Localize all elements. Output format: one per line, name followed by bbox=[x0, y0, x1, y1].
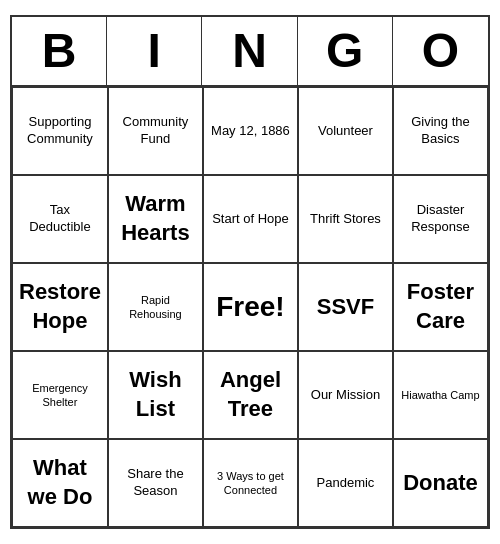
bingo-cell-8: Thrift Stores bbox=[298, 175, 393, 263]
bingo-cell-20: What we Do bbox=[12, 439, 108, 527]
bingo-cell-12: Free! bbox=[203, 263, 298, 351]
bingo-cell-7: Start of Hope bbox=[203, 175, 298, 263]
bingo-cell-19: Hiawatha Camp bbox=[393, 351, 488, 439]
bingo-letter-b: B bbox=[12, 17, 107, 85]
bingo-cell-16: Wish List bbox=[108, 351, 203, 439]
bingo-cell-13: SSVF bbox=[298, 263, 393, 351]
bingo-cell-5: Tax Deductible bbox=[12, 175, 108, 263]
bingo-cell-2: May 12, 1886 bbox=[203, 87, 298, 175]
bingo-cell-14: Foster Care bbox=[393, 263, 488, 351]
bingo-letter-n: N bbox=[202, 17, 297, 85]
bingo-cell-22: 3 Ways to get Connected bbox=[203, 439, 298, 527]
bingo-cell-21: Share the Season bbox=[108, 439, 203, 527]
bingo-letter-g: G bbox=[298, 17, 393, 85]
bingo-cell-4: Giving the Basics bbox=[393, 87, 488, 175]
bingo-cell-9: Disaster Response bbox=[393, 175, 488, 263]
bingo-grid: Supporting CommunityCommunity FundMay 12… bbox=[12, 87, 488, 527]
bingo-cell-1: Community Fund bbox=[108, 87, 203, 175]
bingo-header: BINGO bbox=[12, 17, 488, 87]
bingo-cell-0: Supporting Community bbox=[12, 87, 108, 175]
bingo-cell-11: Rapid Rehousing bbox=[108, 263, 203, 351]
bingo-cell-24: Donate bbox=[393, 439, 488, 527]
bingo-letter-o: O bbox=[393, 17, 488, 85]
bingo-cell-3: Volunteer bbox=[298, 87, 393, 175]
bingo-cell-15: Emergency Shelter bbox=[12, 351, 108, 439]
bingo-cell-10: Restore Hope bbox=[12, 263, 108, 351]
bingo-card: BINGO Supporting CommunityCommunity Fund… bbox=[10, 15, 490, 529]
bingo-cell-23: Pandemic bbox=[298, 439, 393, 527]
bingo-cell-17: Angel Tree bbox=[203, 351, 298, 439]
bingo-cell-18: Our Mission bbox=[298, 351, 393, 439]
bingo-cell-6: Warm Hearts bbox=[108, 175, 203, 263]
bingo-letter-i: I bbox=[107, 17, 202, 85]
